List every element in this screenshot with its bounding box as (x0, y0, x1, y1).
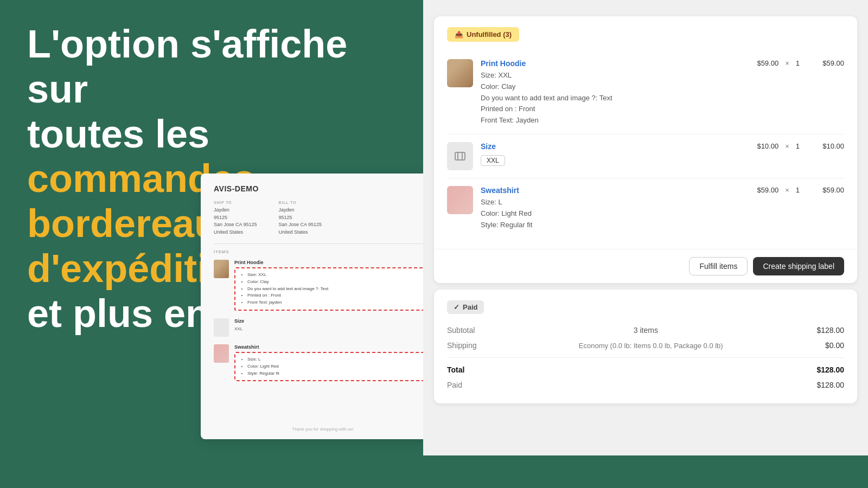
order-hoodie-name[interactable]: Print Hoodie (481, 59, 749, 68)
subtotal-value: $128.00 (816, 326, 844, 335)
order-sweatshirt-details: Sweatshirt Size: L Color: Light Red Styl… (481, 186, 749, 230)
sweatshirt-qty: 1 (796, 186, 800, 194)
hoodie-qty: 1 (796, 59, 800, 67)
hoodie-unit-price: $59.00 (757, 59, 778, 67)
hoodie-attr-color: Color: Clay (247, 279, 426, 286)
unfulfilled-label: Unfulfilled (3) (467, 30, 512, 38)
svg-rect-0 (455, 152, 465, 160)
sweatshirt-attr-style: Style: Regular fit (247, 370, 426, 377)
sweatshirt-total: $59.00 (806, 186, 844, 194)
packing-slip-header: AVIS-DEMO Fe (214, 184, 432, 193)
packing-slip-divider (214, 243, 432, 244)
size-total: $10.00 (806, 142, 844, 150)
size-times: × (785, 142, 789, 150)
hero-line2-normal: toutes les (27, 112, 209, 156)
sweatshirt-attr-size: Size: L (247, 356, 426, 363)
order-sweatshirt-price: $59.00 × 1 $59.00 (757, 186, 844, 194)
hoodie-img (214, 260, 229, 278)
bill-to-block: BILL TO Jayden95125San Jose CA 95125Unit… (279, 201, 322, 236)
paid-badge: ✓ Paid (447, 300, 484, 314)
sweatshirt-attr-color: Color: Light Red (247, 363, 426, 370)
size-sub: XXL (234, 326, 432, 332)
hoodie-attr-size: Size: XXL (247, 272, 426, 279)
size-qty: 1 (796, 142, 800, 150)
total-label: Total (447, 365, 464, 374)
subtotal-label: Subtotal (447, 326, 475, 335)
fulfill-items-button[interactable]: Fulfill items (689, 257, 748, 275)
order-card-inner: 📤 Unfulfilled (3) Print Hoodie Size: XXL… (434, 16, 857, 249)
hero-line1: L'option s'affiche sur (27, 22, 347, 111)
payment-row-total: Total $128.00 (447, 362, 844, 377)
size-badge: XXL (481, 155, 505, 166)
hoodie-attr-printed: Printed on : Front (247, 292, 426, 299)
order-hoodie-attrs: Size: XXL Color: Clay Do you want to add… (481, 70, 749, 126)
ship-to-address: Jayden95125San Jose CA 95125United State… (214, 207, 257, 236)
hoodie-times: × (785, 59, 789, 67)
items-label: ITEMS (214, 249, 432, 254)
order-hoodie-details: Print Hoodie Size: XXL Color: Clay Do yo… (481, 59, 749, 126)
bill-to-address: Jayden95125San Jose CA 95125United State… (279, 207, 322, 236)
unfulfilled-badge: 📤 Unfulfilled (3) (447, 27, 519, 42)
shipping-note: Economy (0.0 lb: Items 0.0 lb, Package 0… (579, 342, 723, 350)
hoodie-total: $59.00 (806, 59, 844, 67)
sweatshirt-info: Sweatshirt Size: L Color: Light Red Styl… (234, 344, 432, 381)
unfulfilled-icon: 📤 (455, 30, 463, 38)
order-item-size: Size XXL $10.00 × 1 $10.00 (447, 134, 844, 178)
shipping-value: $0.00 (825, 341, 844, 350)
packing-item-hoodie: Print Hoodie Size: XXL Color: Clay Do yo… (214, 260, 432, 311)
left-panel: L'option s'affiche sur toutes les comman… (0, 0, 439, 488)
sweatshirt-details-box: Size: L Color: Light Red Style: Regular … (234, 352, 432, 381)
order-item-hoodie: Print Hoodie Size: XXL Color: Clay Do yo… (447, 52, 844, 134)
size-info: Size XXL (234, 318, 432, 332)
size-unit-price: $10.00 (757, 142, 778, 150)
payment-row-subtotal: Subtotal 3 items $128.00 (447, 323, 844, 338)
packing-slip: AVIS-DEMO Fe SHIP TO Jayden95125San Jose… (201, 174, 445, 439)
order-size-price: $10.00 × 1 $10.00 (757, 142, 844, 150)
paid-label: Paid (463, 303, 477, 311)
ship-to-label: SHIP TO (214, 201, 257, 204)
order-size-name[interactable]: Size (481, 142, 749, 151)
action-buttons: Fulfill items Create shipping label (434, 249, 857, 283)
sweatshirt-name: Sweatshirt (234, 344, 432, 350)
order-hoodie-img (447, 59, 473, 87)
bill-to-label: BILL TO (279, 201, 322, 204)
hoodie-info: Print Hoodie Size: XXL Color: Clay Do yo… (234, 260, 432, 311)
paid-row-label: Paid (447, 381, 462, 389)
payment-card: ✓ Paid Subtotal 3 items $128.00 Shipping… (434, 290, 857, 403)
order-size-details: Size XXL (481, 142, 749, 166)
order-sweatshirt-img (447, 186, 473, 214)
packing-item-sweatshirt: Sweatshirt Size: L Color: Light Red Styl… (214, 344, 432, 381)
sweatshirt-unit-price: $59.00 (757, 186, 778, 194)
hoodie-name: Print Hoodie (234, 260, 432, 265)
total-value: $128.00 (816, 365, 844, 374)
size-img (214, 318, 229, 337)
paid-value: $128.00 (816, 381, 844, 389)
hoodie-attr-text: Do you want to add text and image ?: Tex… (247, 286, 426, 293)
size-name: Size (234, 318, 432, 324)
ship-to-block: SHIP TO Jayden95125San Jose CA 95125Unit… (214, 201, 257, 236)
subtotal-note: 3 items (634, 326, 658, 335)
packing-item-size: Size XXL (214, 318, 432, 337)
order-size-img (447, 142, 473, 170)
packing-slip-title: AVIS-DEMO (214, 184, 259, 193)
payment-divider (447, 357, 844, 358)
order-sweatshirt-name[interactable]: Sweatshirt (481, 186, 749, 195)
bottom-teal-bar (423, 455, 868, 488)
order-item-sweatshirt: Sweatshirt Size: L Color: Light Red Styl… (447, 178, 844, 238)
sweatshirt-times: × (785, 186, 789, 194)
right-panel: 📤 Unfulfilled (3) Print Hoodie Size: XXL… (423, 0, 868, 488)
create-shipping-button[interactable]: Create shipping label (753, 257, 844, 275)
paid-icon: ✓ (454, 303, 459, 311)
payment-row-paid: Paid $128.00 (447, 377, 844, 393)
packing-slip-footer: Thank you for shopping with us! (201, 427, 445, 432)
order-sweatshirt-attrs: Size: L Color: Light Red Style: Regular … (481, 197, 749, 230)
shipping-label: Shipping (447, 341, 477, 350)
hoodie-details-box: Size: XXL Color: Clay Do you want to add… (234, 267, 432, 311)
packing-slip-addresses: SHIP TO Jayden95125San Jose CA 95125Unit… (214, 201, 432, 236)
order-hoodie-price: $59.00 × 1 $59.00 (757, 59, 844, 67)
hoodie-attr-front-text: Front Text: jayden (247, 299, 426, 306)
sweatshirt-img (214, 344, 229, 363)
order-card: 📤 Unfulfilled (3) Print Hoodie Size: XXL… (434, 16, 857, 283)
payment-row-shipping: Shipping Economy (0.0 lb: Items 0.0 lb, … (447, 338, 844, 353)
